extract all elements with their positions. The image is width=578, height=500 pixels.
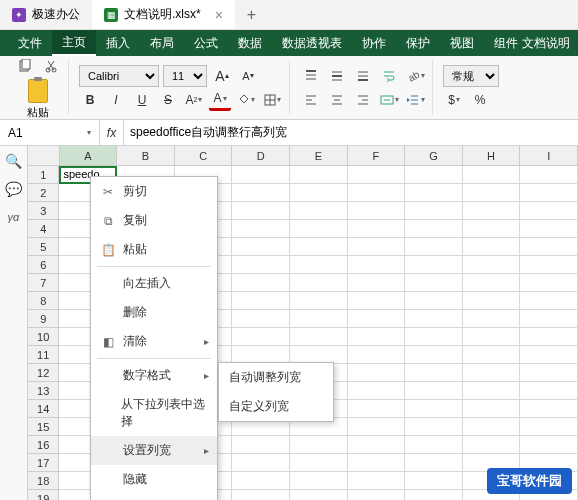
cell[interactable]: [405, 454, 463, 472]
cell[interactable]: [348, 346, 406, 364]
cell[interactable]: [520, 400, 578, 418]
cut-button[interactable]: [40, 55, 62, 77]
cell[interactable]: [405, 166, 463, 184]
fx-icon[interactable]: fx: [100, 120, 124, 145]
row-header[interactable]: 8: [28, 292, 59, 310]
cell[interactable]: [232, 436, 290, 454]
cell[interactable]: [463, 184, 521, 202]
wrap-text-button[interactable]: [378, 65, 400, 87]
cell[interactable]: [348, 256, 406, 274]
menu-view[interactable]: 视图: [440, 30, 484, 56]
currency-button[interactable]: $▾: [443, 89, 465, 111]
cell[interactable]: [232, 184, 290, 202]
cell[interactable]: [463, 382, 521, 400]
cell[interactable]: [405, 184, 463, 202]
cell[interactable]: [290, 220, 348, 238]
close-icon[interactable]: ×: [215, 7, 223, 23]
cell[interactable]: [232, 256, 290, 274]
cell[interactable]: [463, 436, 521, 454]
cell[interactable]: [290, 472, 348, 490]
cell[interactable]: [348, 310, 406, 328]
comment-icon[interactable]: 💬: [5, 180, 23, 198]
ctx-copy[interactable]: ⧉复制: [91, 206, 217, 235]
cell[interactable]: [348, 238, 406, 256]
cell[interactable]: [520, 328, 578, 346]
cell[interactable]: [520, 184, 578, 202]
cell[interactable]: [405, 346, 463, 364]
paste-button[interactable]: 粘贴: [14, 79, 62, 120]
align-right-button[interactable]: [352, 89, 374, 111]
cell[interactable]: [232, 274, 290, 292]
cell[interactable]: [348, 418, 406, 436]
menu-pivot[interactable]: 数据透视表: [272, 30, 352, 56]
cell[interactable]: [463, 292, 521, 310]
bold-button[interactable]: B: [79, 89, 101, 111]
cell[interactable]: [348, 166, 406, 184]
row-header[interactable]: 1: [28, 166, 59, 184]
cell[interactable]: [232, 454, 290, 472]
menu-protect[interactable]: 保护: [396, 30, 440, 56]
strikethrough-button[interactable]: S: [157, 89, 179, 111]
menu-collab[interactable]: 协作: [352, 30, 396, 56]
superscript-button[interactable]: A2▾: [183, 89, 205, 111]
orientation-button[interactable]: ab▾: [404, 65, 426, 87]
cell[interactable]: [405, 472, 463, 490]
name-box[interactable]: A1▾: [0, 120, 100, 145]
row-header[interactable]: 11: [28, 346, 59, 364]
row-header[interactable]: 6: [28, 256, 59, 274]
cell[interactable]: [348, 382, 406, 400]
fill-color-button[interactable]: ▾: [235, 89, 257, 111]
ctx-num-format[interactable]: 数字格式▸: [91, 361, 217, 390]
cell[interactable]: [348, 472, 406, 490]
font-decrease-button[interactable]: A▾: [237, 65, 259, 87]
cell[interactable]: [520, 436, 578, 454]
row-header[interactable]: 15: [28, 418, 59, 436]
ctx-auto-col-width[interactable]: 自动调整列宽: [219, 363, 333, 392]
cell[interactable]: [348, 454, 406, 472]
ctx-cut[interactable]: ✂剪切: [91, 177, 217, 206]
menu-file[interactable]: 文件: [8, 30, 52, 56]
cell[interactable]: [290, 202, 348, 220]
col-header-a[interactable]: A: [60, 146, 118, 166]
cell[interactable]: [348, 274, 406, 292]
ctx-hide[interactable]: 隐藏: [91, 465, 217, 494]
menu-data[interactable]: 数据: [228, 30, 272, 56]
cell[interactable]: [520, 292, 578, 310]
col-header-i[interactable]: I: [520, 146, 578, 166]
menu-layout[interactable]: 布局: [140, 30, 184, 56]
cell[interactable]: [463, 256, 521, 274]
cell[interactable]: [463, 328, 521, 346]
new-tab-button[interactable]: +: [235, 6, 268, 24]
font-size-select[interactable]: 11: [163, 65, 207, 87]
cell[interactable]: [520, 166, 578, 184]
app-tab[interactable]: ✦ 极速办公: [0, 0, 92, 29]
indent-button[interactable]: ▾: [404, 89, 426, 111]
row-header[interactable]: 9: [28, 310, 59, 328]
cell[interactable]: [463, 364, 521, 382]
align-middle-button[interactable]: [326, 65, 348, 87]
spell-icon[interactable]: γα: [5, 208, 23, 226]
cell[interactable]: [520, 238, 578, 256]
cell[interactable]: [520, 418, 578, 436]
cell[interactable]: [405, 310, 463, 328]
row-header[interactable]: 14: [28, 400, 59, 418]
row-header[interactable]: 18: [28, 472, 59, 490]
align-top-button[interactable]: [300, 65, 322, 87]
align-bottom-button[interactable]: [352, 65, 374, 87]
select-all-corner[interactable]: [28, 146, 60, 166]
row-header[interactable]: 17: [28, 454, 59, 472]
cell[interactable]: [463, 400, 521, 418]
ctx-paste[interactable]: 📋粘贴: [91, 235, 217, 264]
align-center-button[interactable]: [326, 89, 348, 111]
col-header-c[interactable]: C: [175, 146, 233, 166]
cell[interactable]: [463, 310, 521, 328]
cell[interactable]: [520, 364, 578, 382]
cell[interactable]: [290, 238, 348, 256]
cell[interactable]: [463, 238, 521, 256]
cell[interactable]: [520, 274, 578, 292]
cell[interactable]: [232, 472, 290, 490]
ctx-set-col-width[interactable]: 设置列宽▸: [91, 436, 217, 465]
formula-input[interactable]: [124, 120, 578, 145]
col-header-f[interactable]: F: [348, 146, 406, 166]
col-header-h[interactable]: H: [463, 146, 521, 166]
